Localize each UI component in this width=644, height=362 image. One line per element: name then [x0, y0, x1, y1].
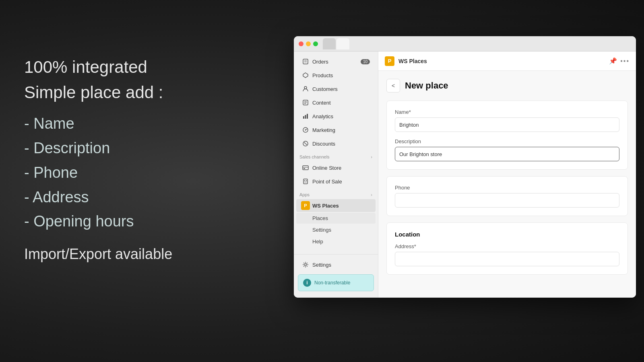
address-input[interactable]	[395, 252, 619, 266]
content-label: Content	[312, 100, 331, 106]
customers-icon	[302, 85, 309, 93]
products-label: Products	[312, 72, 333, 78]
name-input[interactable]	[395, 117, 619, 132]
main-body: < New place Name* Description	[378, 71, 636, 298]
point-of-sale-icon	[302, 178, 309, 185]
app-logo: P	[385, 56, 394, 66]
svg-rect-10	[305, 115, 306, 119]
ws-logo: P	[301, 201, 310, 210]
settings-label: Settings	[312, 262, 331, 268]
customers-label: Customers	[312, 86, 338, 92]
feature-hours: - Opening hours	[24, 209, 172, 234]
feature-list: - Name - Description - Phone - Address -…	[24, 111, 172, 234]
more-icon[interactable]: •••	[620, 58, 630, 65]
analytics-icon	[302, 113, 309, 120]
sales-channels-chevron: ›	[371, 154, 372, 159]
description-label: Description	[395, 138, 619, 144]
content-icon	[302, 99, 309, 106]
headline2: Simple place add :	[24, 82, 172, 104]
phone-card: Phone	[386, 176, 628, 216]
left-panel: 100% integrated Simple place add : - Nam…	[24, 56, 172, 263]
feature-name: - Name	[24, 111, 172, 136]
analytics-label: Analytics	[312, 113, 333, 119]
svg-rect-23	[306, 180, 307, 181]
title-bar	[294, 36, 636, 51]
name-description-card: Name* Description	[386, 101, 628, 170]
places-label: Places	[312, 215, 328, 221]
svg-rect-21	[303, 179, 308, 184]
name-group: Name*	[395, 109, 619, 132]
page-title-row: < New place	[386, 79, 628, 93]
description-input[interactable]	[395, 147, 619, 161]
sidebar-item-online-store[interactable]: Online Store	[296, 161, 376, 174]
app-title-label: WS Places	[398, 58, 605, 64]
orders-badge: 10	[361, 59, 370, 64]
description-group: Description	[395, 138, 619, 161]
ws-places-icon: P	[302, 202, 309, 209]
tab-1[interactable]	[323, 38, 336, 49]
phone-input[interactable]	[395, 193, 619, 208]
point-of-sale-label: Point of Sale	[312, 179, 342, 185]
sidebar: Orders 10 Products	[294, 51, 378, 298]
close-button[interactable]	[299, 41, 303, 46]
sub-settings-label: Settings	[312, 227, 331, 233]
apps-chevron: ›	[371, 192, 372, 197]
sidebar-item-customers[interactable]: Customers	[296, 82, 376, 95]
feature-description: - Description	[24, 136, 172, 160]
sidebar-item-products[interactable]: Products	[296, 69, 376, 82]
header-actions: 📌 •••	[609, 57, 630, 65]
products-icon	[302, 72, 309, 79]
marketing-label: Marketing	[312, 127, 335, 133]
svg-rect-11	[307, 114, 308, 119]
svg-rect-20	[303, 168, 305, 169]
app-window: Orders 10 Products	[294, 36, 636, 298]
window-controls	[299, 41, 318, 46]
svg-point-25	[305, 264, 307, 266]
feature-phone: - Phone	[24, 160, 172, 185]
title-bar-tabs	[323, 38, 631, 49]
sidebar-item-ws-places[interactable]: P WS Places	[296, 199, 376, 212]
svg-marker-3	[303, 73, 308, 78]
non-transferable-label: Non-transferable	[314, 280, 350, 286]
sidebar-sub-item-settings[interactable]: Settings	[296, 224, 376, 235]
sidebar-item-analytics[interactable]: Analytics	[296, 110, 376, 123]
main-header: P WS Places 📌 •••	[378, 51, 636, 71]
back-button[interactable]: <	[386, 79, 400, 93]
sidebar-item-settings[interactable]: Settings	[296, 258, 376, 271]
settings-icon	[302, 261, 309, 268]
sales-channels-section: Sales channels ›	[294, 150, 378, 161]
svg-rect-22	[304, 180, 305, 181]
feature-address: - Address	[24, 185, 172, 210]
apps-section: Apps ›	[294, 188, 378, 199]
maximize-button[interactable]	[313, 41, 318, 46]
sidebar-bottom: Settings i Non-transferable	[294, 254, 378, 294]
orders-label: Orders	[312, 59, 328, 65]
name-label: Name*	[395, 109, 619, 115]
sidebar-item-content[interactable]: Content	[296, 96, 376, 109]
online-store-label: Online Store	[312, 165, 341, 171]
headline1: 100% integrated	[24, 56, 172, 78]
sidebar-item-discounts[interactable]: Discounts	[296, 137, 376, 150]
import-export-text: Import/Export available	[24, 246, 172, 263]
tab-2[interactable]	[336, 38, 349, 49]
online-store-icon	[302, 164, 309, 171]
app-body: Orders 10 Products	[294, 51, 636, 298]
address-group: Address*	[395, 243, 619, 266]
address-label: Address*	[395, 243, 619, 249]
svg-rect-9	[303, 116, 304, 119]
svg-point-4	[304, 86, 307, 89]
sidebar-sub-item-places[interactable]: Places	[296, 213, 376, 224]
svg-point-16	[304, 142, 305, 143]
sidebar-item-point-of-sale[interactable]: Point of Sale	[296, 175, 376, 188]
sidebar-item-orders[interactable]: Orders 10	[296, 55, 376, 68]
svg-point-13	[305, 130, 306, 131]
pin-icon[interactable]: 📌	[609, 57, 617, 65]
phone-label: Phone	[395, 185, 619, 191]
svg-rect-24	[304, 182, 307, 182]
discounts-label: Discounts	[312, 141, 335, 147]
sidebar-item-marketing[interactable]: Marketing	[296, 123, 376, 136]
help-label: Help	[312, 239, 323, 245]
non-transferable-button[interactable]: i Non-transferable	[298, 274, 374, 291]
sidebar-sub-item-help[interactable]: Help	[296, 236, 376, 247]
minimize-button[interactable]	[306, 41, 311, 46]
